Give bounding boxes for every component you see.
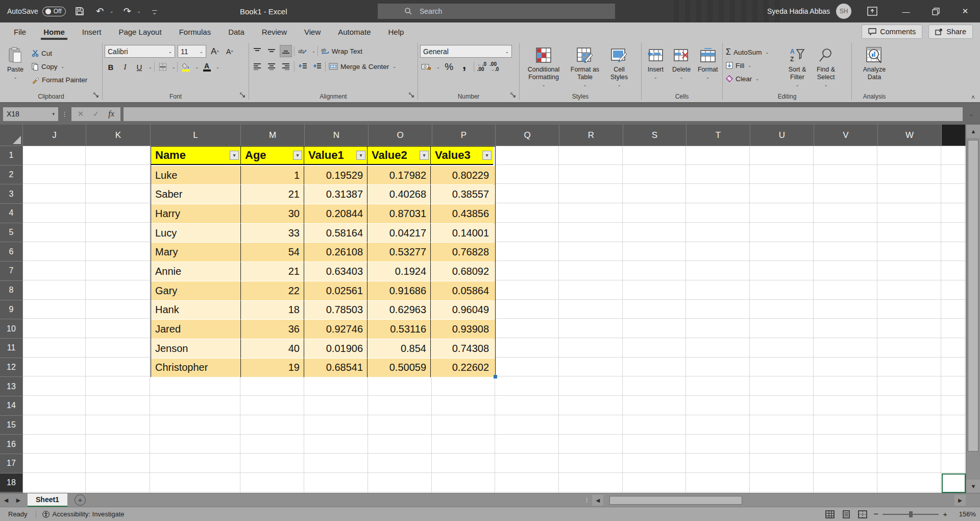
cell[interactable]: 0.68541 xyxy=(304,359,368,378)
decrease-decimal-icon[interactable]: .00→.0 xyxy=(489,62,499,72)
filter-dropdown-icon[interactable]: ▾ xyxy=(293,151,302,160)
bold-button[interactable]: B xyxy=(105,61,117,73)
share-button[interactable]: Share xyxy=(928,25,973,39)
cell[interactable]: 0.53116 xyxy=(368,320,431,339)
row-header-18[interactable]: 18 xyxy=(0,473,23,493)
copy-button[interactable]: Copy ⌄ xyxy=(31,60,88,73)
increase-decimal-icon[interactable]: ←.0.00 xyxy=(477,62,486,72)
column-header-V[interactable]: V xyxy=(814,125,878,146)
percent-style-button[interactable]: % xyxy=(443,61,455,73)
sheet-tab-sheet1[interactable]: Sheet1 xyxy=(28,493,67,507)
filter-dropdown-icon[interactable]: ▾ xyxy=(230,151,239,160)
cell[interactable]: 0.58164 xyxy=(304,224,368,243)
name-box[interactable]: X18 ▾ xyxy=(3,107,58,121)
format-painter-button[interactable]: Format Painter xyxy=(31,74,88,86)
cell[interactable]: 0.80229 xyxy=(431,166,493,185)
name-box-caret-icon[interactable]: ▾ xyxy=(52,111,55,116)
splitter-grip-icon[interactable]: ⁞ xyxy=(586,497,588,504)
delete-cells-button[interactable]: Delete ⌄ xyxy=(670,45,694,81)
new-sheet-icon[interactable]: + xyxy=(75,494,86,506)
ribbon-display-options-icon[interactable] xyxy=(865,4,880,19)
cell[interactable]: 0.26108 xyxy=(304,243,368,262)
column-header-R[interactable]: R xyxy=(559,125,623,146)
cell[interactable]: Lucy xyxy=(151,224,241,243)
filter-dropdown-icon[interactable]: ▾ xyxy=(420,151,429,160)
cell[interactable]: 40 xyxy=(241,339,304,359)
clear-button[interactable]: Clear ⌄ xyxy=(725,73,782,85)
filter-dropdown-icon[interactable]: ▾ xyxy=(482,151,492,160)
cancel-icon[interactable]: ✕ xyxy=(74,108,88,120)
restore-button[interactable] xyxy=(921,0,950,22)
find-select-button[interactable]: Find & Select ⌄ xyxy=(813,45,839,89)
row-header-1[interactable]: 1 xyxy=(0,146,23,165)
cell[interactable]: 0.96049 xyxy=(431,301,493,320)
autosave-switch[interactable]: Off xyxy=(42,7,66,16)
undo-caret-icon[interactable]: ⌄ xyxy=(110,9,114,14)
insert-cells-button[interactable]: Insert ⌄ xyxy=(644,45,668,81)
cell[interactable]: Jenson xyxy=(151,339,241,359)
next-sheet-icon[interactable]: ▶ xyxy=(12,497,24,504)
cell[interactable]: Hank xyxy=(151,301,241,320)
number-dialog-launcher-icon[interactable] xyxy=(510,92,516,98)
underline-button[interactable]: U xyxy=(133,61,145,73)
tab-view[interactable]: View xyxy=(296,24,329,41)
zoom-slider-knob[interactable] xyxy=(909,511,913,517)
cell[interactable]: 0.14001 xyxy=(431,224,493,243)
row-header-11[interactable]: 11 xyxy=(0,339,23,358)
save-icon[interactable] xyxy=(73,5,86,18)
cell[interactable]: 0.76828 xyxy=(431,243,493,262)
accounting-caret-icon[interactable]: ⌄ xyxy=(436,65,440,69)
cell[interactable]: 0.93908 xyxy=(431,320,493,339)
comma-style-button[interactable]: , xyxy=(458,61,471,73)
scroll-up-icon[interactable]: ▲ xyxy=(966,125,980,138)
cell[interactable]: Mary xyxy=(151,243,241,262)
autosave-toggle[interactable]: AutoSave Off xyxy=(7,7,66,16)
comments-button[interactable]: Comments xyxy=(862,25,922,39)
orientation-caret-icon[interactable]: ⌄ xyxy=(312,49,315,54)
row-header-3[interactable]: 3 xyxy=(0,184,23,204)
cell[interactable]: 0.17982 xyxy=(368,166,431,185)
redo-icon[interactable]: ↷ xyxy=(120,5,134,18)
formula-input[interactable] xyxy=(124,107,963,121)
alignment-dialog-launcher-icon[interactable] xyxy=(409,92,414,98)
cell[interactable]: Gary xyxy=(151,281,241,301)
cell[interactable]: 0.01906 xyxy=(304,339,368,359)
page-break-preview-icon[interactable] xyxy=(857,509,868,519)
orientation-icon[interactable]: ab xyxy=(297,45,309,57)
cell[interactable]: 0.63403 xyxy=(304,262,368,281)
cell[interactable]: 0.40268 xyxy=(368,185,431,204)
insert-function-icon[interactable]: fx xyxy=(104,108,118,120)
tab-file[interactable]: File xyxy=(5,24,35,41)
horizontal-scrollbar[interactable]: ⁞ ◀ ▶ xyxy=(586,495,966,506)
formula-bar-grip[interactable]: ⋮ xyxy=(61,110,68,118)
cell[interactable]: 0.53277 xyxy=(368,243,431,262)
cell[interactable]: 0.50059 xyxy=(368,359,431,378)
expand-formula-bar-icon[interactable]: ⌄ xyxy=(966,111,977,117)
top-align-icon[interactable] xyxy=(251,45,263,57)
cell[interactable]: 30 xyxy=(241,204,304,224)
cell[interactable]: 0.43856 xyxy=(431,204,493,224)
format-cells-button[interactable]: Format ⌄ xyxy=(695,45,720,81)
row-header-17[interactable]: 17 xyxy=(0,454,23,473)
fill-button[interactable]: Fill ⌄ xyxy=(725,59,782,72)
cell[interactable]: 0.854 xyxy=(368,339,431,359)
tab-data[interactable]: Data xyxy=(219,24,253,41)
row-header-15[interactable]: 15 xyxy=(0,416,23,435)
paste-button[interactable]: Paste ⌄ xyxy=(2,45,29,81)
column-header-J[interactable]: J xyxy=(23,125,86,146)
close-button[interactable]: ✕ xyxy=(950,0,980,22)
sort-filter-button[interactable]: AZ Sort & Filter ⌄ xyxy=(784,45,811,89)
cell[interactable]: 0.05864 xyxy=(431,281,493,301)
autosum-button[interactable]: Σ AutoSum ⌄ xyxy=(725,46,782,58)
horizontal-scroll-track[interactable] xyxy=(603,495,954,506)
customize-quick-access-icon[interactable]: —⌄ xyxy=(148,5,161,18)
increase-font-size-icon[interactable]: A˄ xyxy=(209,45,221,58)
cell[interactable]: 0.87031 xyxy=(368,204,431,224)
fill-color-icon[interactable] xyxy=(180,61,192,73)
scroll-left-icon[interactable]: ◀ xyxy=(592,495,603,506)
previous-sheet-icon[interactable]: ◀ xyxy=(0,497,12,504)
cell[interactable]: 0.02561 xyxy=(304,281,368,301)
italic-button[interactable]: I xyxy=(119,61,131,73)
collapse-ribbon-icon[interactable]: ˄ xyxy=(971,94,975,101)
wrap-text-button[interactable]: ab Wrap Text xyxy=(320,45,363,57)
